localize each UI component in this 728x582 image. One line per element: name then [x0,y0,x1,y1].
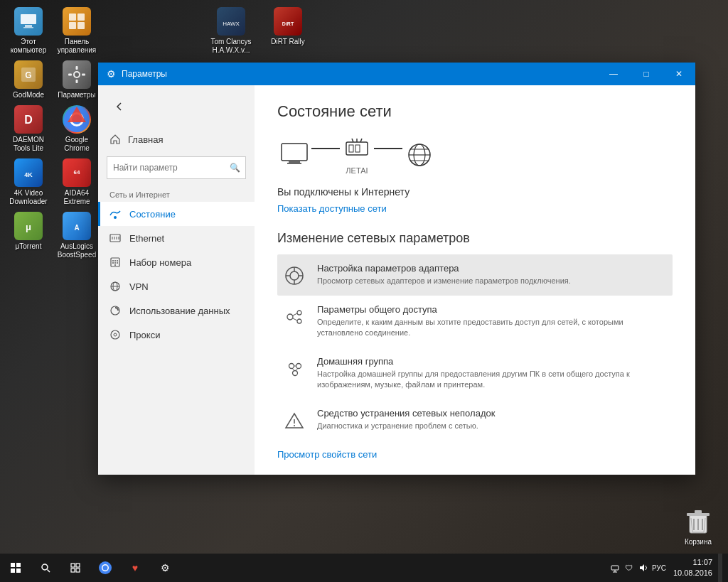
settings-icon [63,60,91,89]
settings-item-sharing[interactable]: Параметры общего доступа Определите, к к… [277,296,673,347]
settings-item-homegroup[interactable]: Домашняя группа Настройка домашней групп… [277,347,673,399]
control-panel-icon [63,7,91,36]
taskbar: ♥ ⚙ 🛡 РУС [0,554,728,582]
desktop-icon-control-panel[interactable]: Панельуправления [55,7,98,55]
sidebar-section-title: Сеть и Интернет [98,185,255,202]
troubleshoot-desc: Диагностика и устранение проблем с сетью… [317,421,667,431]
task-view-button[interactable] [61,554,90,582]
settings-taskbar-button[interactable]: ⚙ [151,554,179,582]
svg-point-42 [114,262,116,264]
sidebar-item-status[interactable]: Состояние [98,202,255,226]
adapter-settings-desc: Просмотр сетевых адаптеров и изменение п… [317,276,667,286]
sidebar-item-vpn[interactable]: VPN [98,274,255,298]
show-networks-link[interactable]: Показать доступные сети [277,203,673,214]
chrome-label: GoogleChrome [64,136,90,153]
svg-point-76 [289,363,294,368]
desktop-icon-dirt[interactable]: DiRT DiRT Rally [267,7,309,55]
heart-taskbar-button[interactable]: ♥ [121,554,149,582]
desktop-icon-aida[interactable]: 64 AIDA64Extreme [55,158,98,206]
sidebar-item-ethernet[interactable]: Ethernet [98,226,255,250]
svg-point-40 [117,260,118,262]
status-icon [109,208,121,220]
time-display: 11:07 [673,557,712,568]
homegroup-desc: Настройка домашней группы для предоставл… [317,369,667,391]
settings-item-adapter[interactable]: Настройка параметров адаптера Просмотр с… [277,254,673,296]
desktop-icon-auslogics[interactable]: A AusLogicsBoostSpeed [55,212,98,259]
svg-text:DiRT: DiRT [282,21,294,26]
desktop-icon-4k[interactable]: 4K 4K VideoDownloader [7,158,50,206]
svg-text:D: D [24,114,33,126]
sidebar-item-data-usage[interactable]: Использование данных [98,298,255,323]
sharing-settings-title: Параметры общего доступа [317,304,667,315]
back-button[interactable] [107,94,132,119]
svg-rect-2 [23,27,33,28]
4k-label: 4K VideoDownloader [9,189,47,206]
svg-rect-55 [349,145,353,152]
svg-rect-13 [68,74,72,76]
svg-point-44 [114,264,116,266]
desktop-icon-utorrent[interactable]: μ μTorrent [7,212,50,259]
network-taskbar-icon[interactable] [609,562,621,573]
proxy-icon [109,329,121,340]
svg-line-89 [48,570,50,573]
svg-text:HAWX: HAWX [223,21,240,27]
utorrent-label: μTorrent [16,242,42,251]
window-titlebar: ⚙ Параметры — □ ✕ [98,63,695,85]
svg-rect-11 [76,66,78,70]
search-taskbar-button[interactable] [31,554,60,582]
desktop-icon-this-computer[interactable]: Этот компьютер [7,7,50,55]
control-panel-label: Панельуправления [58,38,97,55]
svg-point-31 [114,216,117,219]
4k-icon: 4K [14,158,43,187]
chrome-taskbar-button[interactable] [91,554,119,582]
start-button[interactable] [1,554,30,582]
desktop-icon-chrome[interactable]: GoogleChrome [55,105,98,153]
window-title: Параметры [122,69,597,79]
data-usage-label: Использование данных [129,306,230,316]
sidebar-item-dialup[interactable]: Набор номера [98,250,255,274]
proxy-label: Прокси [129,330,160,340]
desktop-icon-hawx[interactable]: HAWX Tom ClancysH.A.W.X.v... [210,7,252,55]
sidebar-item-proxy[interactable]: Прокси [98,323,255,347]
sharing-settings-desc: Определите, к каким данным вы хотите пре… [317,317,667,339]
auslogics-icon: A [63,212,91,240]
taskbar-system-icons: 🛡 РУС [609,562,666,573]
language-indicator[interactable]: РУС [652,564,666,572]
close-button[interactable]: ✕ [663,63,695,85]
dirt-label: DiRT Rally [271,38,304,46]
svg-line-74 [293,313,297,316]
svg-point-50 [114,333,117,336]
search-input[interactable] [107,156,246,179]
svg-text:4K: 4K [24,171,33,178]
svg-rect-51 [282,144,307,161]
window-body: Главная 🔍 Сеть и Интернет Состояние [98,85,695,475]
sidebar-home[interactable]: Главная [98,128,255,151]
date-display: 10.08.2016 [673,568,712,578]
desktop-icon-godmode[interactable]: G GodMode [7,60,50,99]
volume-taskbar-icon[interactable] [638,562,649,573]
show-desktop-button[interactable] [718,554,722,582]
maximize-button[interactable]: □ [630,63,663,85]
recycle-bin-icon[interactable]: Корзина [677,507,719,546]
settings-window: ⚙ Параметры — □ ✕ [98,63,695,475]
computer-icon [14,7,43,36]
adapter-settings-icon [283,264,306,287]
view-props-link[interactable]: Просмотр свойств сети [277,449,673,460]
vpn-label: VPN [129,281,149,292]
svg-rect-12 [76,80,78,83]
desktop-icon-settings[interactable]: Параметры [55,60,98,99]
ethernet-icon [109,232,121,244]
diagram-line-2 [374,148,402,149]
daemon-label: DAEMONTools Lite [13,136,44,153]
ethernet-label: Ethernet [129,233,164,244]
taskbar-time: 11:07 10.08.2016 [673,557,712,579]
security-taskbar-icon[interactable]: 🛡 [623,562,635,573]
diagram-internet-icon [402,141,437,169]
svg-point-73 [297,319,301,323]
svg-rect-4 [77,14,85,21]
minimize-button[interactable]: — [597,63,630,85]
desktop-icon-daemon[interactable]: D DAEMONTools Lite [7,105,50,153]
svg-rect-6 [77,22,85,29]
svg-rect-5 [69,22,76,29]
settings-item-troubleshoot[interactable]: Средство устранения сетевых неполадок Ди… [277,399,673,441]
